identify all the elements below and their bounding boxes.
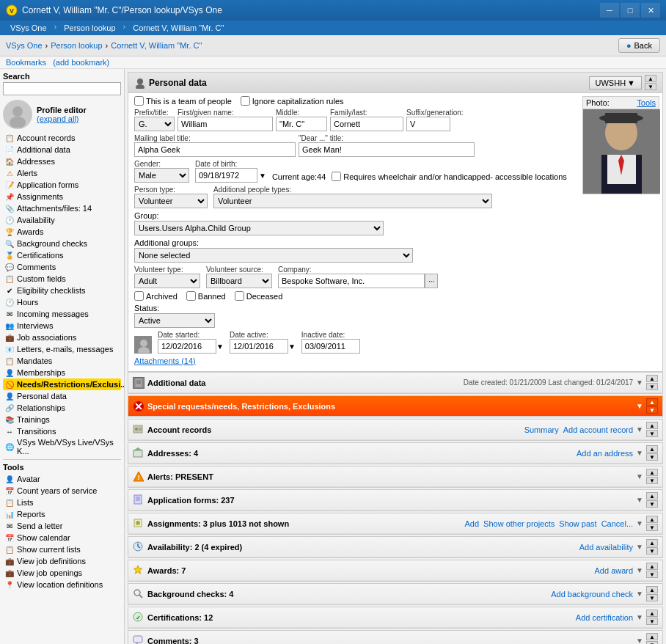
account-records-expand[interactable]: ▼ (636, 425, 643, 433)
comments-expand[interactable]: ▼ (636, 637, 643, 644)
tool-view-job-definitions[interactable]: 💼 View job definitions (3, 555, 121, 567)
deceased-checkbox[interactable] (235, 291, 244, 301)
add-assignment-link[interactable]: Add (465, 519, 480, 528)
availability-header[interactable]: Availability: 2 (4 expired) Add availabi… (128, 537, 662, 557)
deceased-label[interactable]: Deceased (235, 291, 283, 301)
tool-lists[interactable]: 📋 Lists (3, 497, 121, 508)
suffix-input[interactable] (406, 117, 450, 131)
assignments-expand[interactable]: ▼ (636, 519, 643, 527)
lastname-input[interactable] (330, 117, 403, 131)
breadcrumb-vsys-one[interactable]: VSys One (6, 41, 43, 50)
gender-select[interactable]: Male (134, 168, 189, 183)
sidebar-item-application-forms[interactable]: 📝 Application forms (3, 179, 121, 191)
group-select[interactable]: Users.Users Alpha.Child Group (134, 221, 384, 235)
add-award-link[interactable]: Add award (595, 566, 634, 575)
sidebar-item-interviews[interactable]: 👥 Interviews (3, 320, 121, 332)
wheelchair-row[interactable]: Requires wheelchair and/or handicapped- … (332, 172, 567, 183)
additional-data-header[interactable]: Additional data Date created: 01/21/2009… (128, 373, 662, 393)
additional-data-expand[interactable]: ▼ (636, 378, 643, 387)
show-other-projects-link[interactable]: Show other projects (483, 519, 555, 528)
background-checks-header[interactable]: Background checks: 4 Add background chec… (128, 584, 662, 604)
team-of-people-checkbox[interactable] (134, 96, 144, 106)
addresses-expand[interactable]: ▼ (636, 449, 643, 457)
cancel-assignment-link[interactable]: Cancel... (601, 519, 633, 528)
sidebar-item-job-associations[interactable]: 💼 Job associations (3, 332, 121, 343)
scroll-up[interactable]: ▲ (646, 422, 658, 429)
breadcrumb-person-lookup[interactable]: Person lookup (51, 41, 102, 50)
scroll-down[interactable]: ▼ (646, 571, 658, 578)
tool-reports[interactable]: 📊 Reports (3, 508, 121, 520)
sidebar-item-hours[interactable]: 🕐 Hours (3, 296, 121, 308)
sidebar-item-memberships[interactable]: 👤 Memberships (3, 367, 121, 378)
scroll-down[interactable]: ▼ (646, 500, 658, 508)
sidebar-item-mandates[interactable]: 📋 Mandates (3, 355, 121, 367)
summary-link[interactable]: Summary (524, 425, 559, 434)
scroll-down[interactable]: ▼ (646, 618, 658, 625)
sidebar-item-custom-fields[interactable]: 📋 Custom fields (3, 273, 121, 285)
sidebar-item-transitions[interactable]: ↔ Transitions (3, 425, 121, 437)
assignments-header[interactable]: Assignments: 3 plus 1013 not shown Add S… (128, 513, 662, 534)
scroll-up[interactable]: ▲ (646, 398, 658, 406)
sidebar-item-awards[interactable]: 🏆 Awards (3, 226, 121, 238)
scroll-up[interactable]: ▲ (646, 610, 658, 617)
back-button[interactable]: ● Back (618, 38, 660, 53)
show-past-link[interactable]: Show past (559, 519, 596, 528)
expand-all-link[interactable]: (expand all) (37, 114, 78, 123)
add-address-link[interactable]: Add an address (577, 449, 633, 458)
scroll-down[interactable]: ▼ (646, 430, 658, 437)
dob-dropdown-icon[interactable]: ▼ (259, 172, 266, 180)
scroll-down-arrow[interactable]: ▼ (645, 83, 656, 90)
volunteer-source-select[interactable]: Billboard (206, 274, 272, 288)
menu-person-name[interactable]: Cornett V, William "Mr. C" (128, 22, 228, 34)
search-input[interactable] (3, 82, 121, 95)
date-active-dropdown[interactable]: ▼ (288, 343, 296, 351)
scroll-up[interactable]: ▲ (646, 539, 658, 546)
sidebar-item-eligibility[interactable]: ✔ Eligibility checklists (3, 285, 121, 296)
tool-view-location-definitions[interactable]: 📍 View location definitions (3, 579, 121, 590)
ignore-cap-checkbox[interactable] (241, 96, 250, 106)
banned-checkbox[interactable] (186, 291, 196, 301)
dob-input[interactable] (195, 168, 257, 183)
scroll-down[interactable]: ▼ (646, 547, 658, 555)
company-browse-button[interactable]: ··· (425, 274, 438, 288)
wheelchair-checkbox[interactable] (332, 172, 341, 181)
sidebar-item-comments[interactable]: 💬 Comments (3, 261, 121, 273)
additional-groups-select[interactable]: None selected (134, 248, 413, 263)
sidebar-item-background-checks[interactable]: 🔍 Background checks (3, 238, 121, 249)
uwshh-button[interactable]: UWSHH ▼ (589, 76, 642, 89)
person-type-select[interactable]: Volunteer (134, 194, 208, 208)
middle-input[interactable] (276, 117, 327, 131)
add-certification-link[interactable]: Add certification (576, 613, 633, 622)
sidebar-item-trainings[interactable]: 📚 Trainings (3, 414, 121, 425)
sidebar-item-incoming-messages[interactable]: ✉ Incoming messages (3, 308, 121, 320)
scroll-up[interactable]: ▲ (646, 563, 658, 570)
sidebar-item-letters[interactable]: 📧 Letters, e-mails, messages (3, 343, 121, 355)
scroll-down[interactable]: ▼ (646, 641, 658, 644)
sidebar-item-needs-restrictions[interactable]: 🚫 Needs/Restrictions/Exclusi... (3, 378, 121, 390)
application-forms-header[interactable]: Application forms: 237 ▼ ▲ ▼ (128, 490, 662, 511)
date-started-input[interactable] (158, 339, 216, 354)
date-started-dropdown[interactable]: ▼ (216, 343, 224, 351)
scroll-up[interactable]: ▲ (646, 633, 658, 640)
sidebar-item-additional-data[interactable]: 📄 Additional data (3, 144, 121, 155)
minimize-button[interactable]: ─ (600, 3, 619, 18)
sidebar-item-addresses[interactable]: 🏠 Addresses (3, 155, 121, 167)
comments-header[interactable]: Comments: 3 ▼ ▲ ▼ (128, 631, 662, 644)
application-forms-expand[interactable]: ▼ (636, 496, 643, 504)
scroll-down[interactable]: ▼ (646, 406, 658, 414)
date-active-input[interactable] (230, 339, 288, 354)
status-select[interactable]: Active (134, 313, 215, 328)
scroll-up-arrow[interactable]: ▲ (645, 75, 656, 82)
archived-checkbox[interactable] (134, 291, 144, 301)
attachments-link[interactable]: Attachments (14) (134, 356, 196, 365)
scroll-up[interactable]: ▲ (646, 586, 658, 593)
alerts-expand[interactable]: ▼ (636, 472, 643, 480)
sidebar-item-availability[interactable]: 🕐 Availability (3, 214, 121, 226)
add-background-check-link[interactable]: Add background check (551, 590, 633, 599)
close-button[interactable]: ✕ (641, 3, 660, 18)
addresses-header[interactable]: Addresses: 4 Add an address ▼ ▲ ▼ (128, 443, 662, 464)
volunteer-type-select[interactable]: Adult (134, 274, 200, 288)
certifications-expand[interactable]: ▼ (636, 613, 643, 621)
alerts-header[interactable]: ! Alerts: PRESENT ▼ ▲ ▼ (128, 466, 662, 487)
special-needs-expand[interactable]: ▼ (636, 402, 643, 410)
